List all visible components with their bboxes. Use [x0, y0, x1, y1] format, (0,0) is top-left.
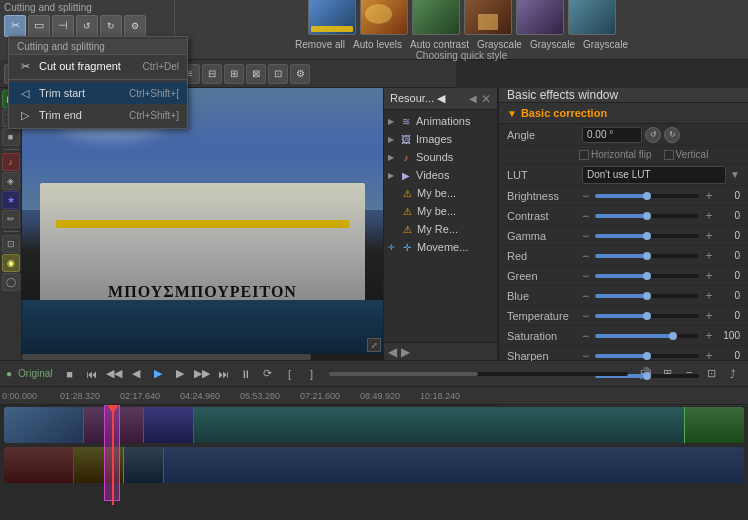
- slider-minus-3[interactable]: −: [582, 249, 589, 263]
- nav-next[interactable]: ▶: [401, 345, 410, 359]
- pb-mark-out[interactable]: ]: [303, 365, 321, 383]
- cut-tool-btn[interactable]: ✂: [4, 15, 26, 37]
- preview-scrollbar[interactable]: [22, 354, 383, 360]
- tree-item-images[interactable]: ▶ 🖼 Images: [384, 130, 497, 148]
- nav-prev[interactable]: ◀: [388, 345, 397, 359]
- angle-counter-btn[interactable]: ↻: [664, 127, 680, 143]
- slider-minus-2[interactable]: −: [582, 229, 589, 243]
- slider-track-6[interactable]: [595, 314, 699, 318]
- style-thumb-2[interactable]: [360, 0, 408, 35]
- pb-more3[interactable]: ⊡: [702, 365, 720, 383]
- horizontal-flip[interactable]: Horizontal flip: [579, 149, 652, 160]
- slider-track-2[interactable]: [595, 234, 699, 238]
- lt-pen-btn[interactable]: ✏: [2, 210, 20, 228]
- slider-minus-7[interactable]: −: [582, 329, 589, 343]
- slider-plus-7[interactable]: +: [703, 329, 715, 343]
- pb-pause[interactable]: ⏸: [237, 365, 255, 383]
- clip-4[interactable]: [194, 407, 744, 443]
- style-thumb-6[interactable]: [568, 0, 616, 35]
- grayscale-btn-3[interactable]: Grayscale: [581, 39, 630, 50]
- slider-plus-1[interactable]: +: [703, 209, 715, 223]
- style-thumb-5[interactable]: [516, 0, 564, 35]
- slider-minus-4[interactable]: −: [582, 269, 589, 283]
- sec-btn-settings[interactable]: ⚙: [290, 64, 310, 84]
- slider-plus-5[interactable]: +: [703, 289, 715, 303]
- pb-play[interactable]: ▶: [149, 365, 167, 383]
- playhead[interactable]: [112, 405, 114, 505]
- trim-tool-btn[interactable]: ▭: [28, 15, 50, 37]
- slider-track-1[interactable]: [595, 214, 699, 218]
- tree-item-animations[interactable]: ▶ ≋ Animations: [384, 112, 497, 130]
- preview-scroll-thumb[interactable]: [22, 354, 311, 360]
- close-icon[interactable]: ✕: [481, 92, 491, 106]
- grayscale-btn-2[interactable]: Grayscale: [528, 39, 577, 50]
- slider-plus-4[interactable]: +: [703, 269, 715, 283]
- slider-minus-5[interactable]: −: [582, 289, 589, 303]
- volume-slider[interactable]: [329, 372, 628, 376]
- slider-track-7[interactable]: [595, 334, 699, 338]
- track2-clip-4[interactable]: [164, 447, 744, 483]
- pb-rewind[interactable]: ◀◀: [105, 365, 123, 383]
- lt-eye-btn[interactable]: ◯: [2, 273, 20, 291]
- slider-plus-6[interactable]: +: [703, 309, 715, 323]
- slider-plus-3[interactable]: +: [703, 249, 715, 263]
- sec-btn-12[interactable]: ⊠: [246, 64, 266, 84]
- clip-3[interactable]: [144, 407, 194, 443]
- pb-step-back[interactable]: ◀: [127, 365, 145, 383]
- tree-item-mybe2[interactable]: ⚠ My be...: [384, 202, 497, 220]
- pb-ffwd[interactable]: ▶▶: [193, 365, 211, 383]
- lut-select[interactable]: Don't use LUT: [582, 166, 726, 184]
- track2-clip-1[interactable]: [4, 447, 74, 483]
- lt-crop-btn[interactable]: ⊡: [2, 235, 20, 253]
- angle-input[interactable]: [582, 127, 642, 143]
- remove-all-btn[interactable]: Remove all: [293, 39, 347, 50]
- slider-track-4[interactable]: [595, 274, 699, 278]
- angle-reset-btn[interactable]: ↺: [645, 127, 661, 143]
- lt-shape-btn[interactable]: ◈: [2, 172, 20, 190]
- lt-color-btn[interactable]: ◉: [2, 254, 20, 272]
- basic-correction-header[interactable]: ▼ Basic correction: [499, 103, 748, 124]
- pb-mark-in[interactable]: [: [281, 365, 299, 383]
- slider-track-3[interactable]: [595, 254, 699, 258]
- grayscale-btn-1[interactable]: Grayscale: [475, 39, 524, 50]
- tree-item-videos[interactable]: ▶ ▶ Videos: [384, 166, 497, 184]
- pb-loop[interactable]: ⟳: [259, 365, 277, 383]
- tree-item-myre[interactable]: ⚠ My Re...: [384, 220, 497, 238]
- redo-btn[interactable]: ↻: [100, 15, 122, 37]
- trim-start-item[interactable]: ◁ Trim start Ctrl+Shift+[: [9, 82, 187, 104]
- pb-stop[interactable]: ■: [61, 365, 79, 383]
- tree-item-mybe1[interactable]: ⚠ My be...: [384, 184, 497, 202]
- slider-track-8[interactable]: [595, 354, 699, 358]
- horizontal-flip-check[interactable]: [579, 150, 589, 160]
- clip-5[interactable]: [684, 407, 744, 443]
- lut-dropdown-arrow[interactable]: ▼: [730, 169, 740, 180]
- pb-step-fwd[interactable]: ▶: [171, 365, 189, 383]
- slider-minus-6[interactable]: −: [582, 309, 589, 323]
- vertical-flip[interactable]: Vertical: [664, 149, 709, 160]
- pb-prev[interactable]: ⏮: [83, 365, 101, 383]
- slider-plus-0[interactable]: +: [703, 189, 715, 203]
- style-thumb-1[interactable]: [308, 0, 356, 35]
- undo-btn[interactable]: ↺: [76, 15, 98, 37]
- slider-plus-2[interactable]: +: [703, 229, 715, 243]
- trim-end-item[interactable]: ▷ Trim end Ctrl+Shift+]: [9, 104, 187, 126]
- lt-fx-btn[interactable]: ★: [2, 191, 20, 209]
- lt-block-btn[interactable]: ■: [2, 128, 20, 146]
- sec-btn-13[interactable]: ⊡: [268, 64, 288, 84]
- slider-minus-1[interactable]: −: [582, 209, 589, 223]
- lt-audio-btn[interactable]: ♪: [2, 153, 20, 171]
- auto-contrast-btn[interactable]: Auto contrast: [408, 39, 471, 50]
- vertical-flip-check[interactable]: [664, 150, 674, 160]
- split-tool-btn[interactable]: ⊣: [52, 15, 74, 37]
- cut-fragment-item[interactable]: ✂ Cut out fragment Ctrl+Del: [9, 55, 187, 77]
- extra-btn[interactable]: ⚙: [124, 15, 146, 37]
- auto-levels-btn[interactable]: Auto levels: [351, 39, 404, 50]
- resize-handle[interactable]: ⤢: [367, 338, 381, 352]
- slider-track-0[interactable]: [595, 194, 699, 198]
- tree-item-sounds[interactable]: ▶ ♪ Sounds: [384, 148, 497, 166]
- sec-btn-11[interactable]: ⊞: [224, 64, 244, 84]
- sec-btn-10[interactable]: ⊟: [202, 64, 222, 84]
- clip-1[interactable]: [4, 407, 84, 443]
- pin-icon[interactable]: ◀: [469, 93, 477, 104]
- tree-item-movement[interactable]: ✛ ✛ Moveme...: [384, 238, 497, 256]
